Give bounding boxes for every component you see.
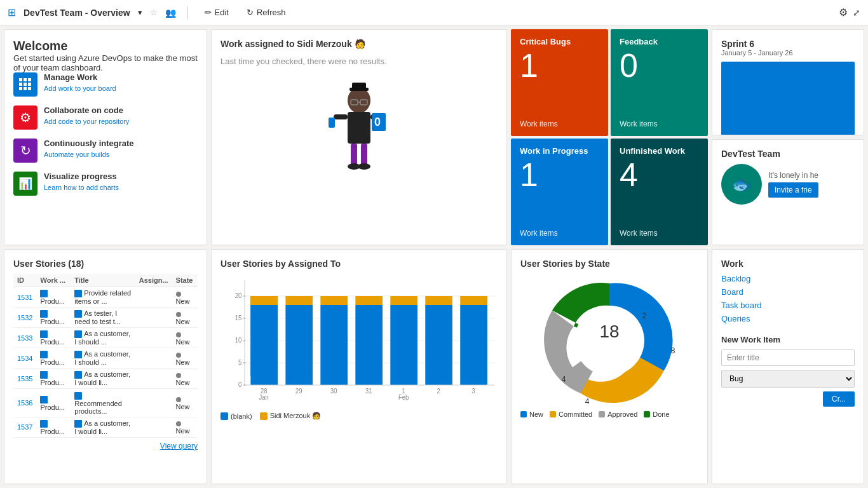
svg-rect-51: [390, 305, 417, 385]
cell-title: As a customer, I should ...: [71, 348, 135, 369]
work-in-progress-tile[interactable]: Work in Progress 1 Work items: [511, 139, 608, 245]
svg-rect-4: [24, 83, 27, 86]
legend-approved: Approved: [599, 410, 637, 418]
new-work-item-title-input[interactable]: [721, 349, 855, 366]
col-state: State: [172, 274, 198, 287]
legend-new: New: [520, 410, 543, 418]
board-link[interactable]: Board: [721, 287, 855, 297]
work-character: 0: [321, 83, 397, 184]
manage-work-link[interactable]: Add work to your board: [44, 85, 116, 92]
cell-state: New: [172, 389, 198, 417]
cell-work: Produ...: [36, 389, 71, 417]
collaborate-text: Collaborate on code Add code to your rep…: [44, 105, 130, 126]
legend-blank-color: [220, 412, 228, 420]
queries-link[interactable]: Queries: [721, 314, 855, 323]
cell-id: 1533: [13, 328, 36, 348]
svg-rect-22: [361, 144, 367, 166]
col-id: ID: [13, 274, 36, 287]
bar-chart-title: User Stories by Assigned To: [220, 259, 498, 269]
refresh-icon: ↻: [247, 8, 254, 17]
svg-rect-3: [19, 83, 22, 86]
svg-rect-44: [285, 296, 313, 305]
cell-state: New: [172, 348, 198, 369]
table-row[interactable]: 1536 Produ... Recommended products... Ne…: [13, 389, 198, 417]
legend-sidi-label: Sidi Merzouk 🧑: [270, 412, 322, 420]
svg-rect-15: [348, 112, 370, 144]
svg-text:4: 4: [562, 375, 566, 384]
cell-title: Provide related items or ...: [71, 287, 135, 308]
table-row[interactable]: 1531 Produ... Provide related items or .…: [13, 287, 198, 308]
create-button[interactable]: Cr...: [823, 391, 855, 407]
legend-done: Done: [644, 410, 669, 418]
svg-text:3: 3: [471, 388, 475, 395]
cell-assign: [135, 308, 172, 328]
cell-assign: [135, 417, 172, 437]
refresh-button[interactable]: ↻ Refresh: [241, 5, 291, 20]
svg-text:30: 30: [330, 388, 337, 395]
chevron-down-icon[interactable]: ▾: [138, 8, 142, 17]
donut-chart-panel: User Stories by State 18 2 8 4 4: [511, 249, 708, 484]
table-row[interactable]: 1533 Produ... As a customer, I should ..…: [13, 328, 198, 348]
new-work-item-section: New Work Item Bug User Story Task Featur…: [721, 335, 855, 407]
view-query-link[interactable]: View query: [13, 442, 198, 451]
legend-blank-label: (blank): [231, 412, 252, 420]
user-stories-panel: User Stories (18) ID Work ... Title Assi…: [4, 249, 207, 484]
table-row[interactable]: 1537 Produ... As a customer, I would li.…: [13, 417, 198, 437]
welcome-item-manage: Manage Work Add work to your board: [13, 72, 198, 97]
svg-rect-1: [24, 78, 27, 81]
stats-area: Critical Bugs 1 Work items Feedback 0 Wo…: [511, 29, 708, 245]
people-icon[interactable]: 👥: [165, 8, 176, 18]
unfinished-work-tile[interactable]: Unfinished Work 4 Work items: [611, 139, 708, 245]
table-row[interactable]: 1534 Produ... As a customer, I should ..…: [13, 348, 198, 369]
svg-rect-53: [425, 305, 452, 385]
cell-work: Produ...: [36, 369, 71, 389]
welcome-panel: Welcome Get started using Azure DevOps t…: [4, 29, 207, 245]
devtest-content: 🐟 It's lonely in he Invite a frie: [721, 164, 855, 205]
cell-id: 1532: [13, 308, 36, 328]
work-links-section: Work Backlog Board Task board Queries: [721, 259, 855, 327]
cell-assign: [135, 369, 172, 389]
feedback-label: Feedback: [620, 37, 699, 46]
critical-bugs-value: 1: [520, 46, 599, 119]
feedback-tile[interactable]: Feedback 0 Work items: [611, 29, 708, 136]
task-board-link[interactable]: Task board: [721, 301, 855, 310]
devtest-title: DevTest Team: [721, 149, 855, 159]
bar-chart-panel: User Stories by Assigned To 0 5 10 15 20: [211, 249, 507, 484]
critical-bugs-sub: Work items: [520, 119, 599, 128]
visualize-link[interactable]: Learn how to add charts: [44, 184, 119, 191]
cell-work: Produ...: [36, 417, 71, 437]
collaborate-link[interactable]: Add code to your repository: [44, 118, 130, 125]
manage-work-text: Manage Work Add work to your board: [44, 72, 116, 93]
col-work: Work ...: [36, 274, 71, 287]
svg-rect-0: [19, 78, 22, 81]
legend-new-label: New: [529, 410, 543, 418]
unfinished-label: Unfinished Work: [620, 146, 699, 156]
table-row[interactable]: 1532 Produ... As tester, I need to test …: [13, 308, 198, 328]
star-icon[interactable]: ☆: [150, 8, 158, 17]
invite-button[interactable]: Invite a frie: [768, 182, 818, 198]
critical-bugs-tile[interactable]: Critical Bugs 1 Work items: [511, 29, 608, 136]
backlog-link[interactable]: Backlog: [721, 274, 855, 283]
legend-done-label: Done: [653, 410, 669, 418]
devtest-text-area: It's lonely in he Invite a frie: [768, 171, 818, 198]
manage-work-icon: [13, 72, 37, 97]
svg-text:2: 2: [642, 311, 647, 320]
feedback-sub: Work items: [620, 119, 699, 128]
cell-id: 1536: [13, 389, 36, 417]
svg-text:0: 0: [238, 381, 242, 388]
cell-work: Produ...: [36, 308, 71, 328]
collaborate-icon: ⚙: [13, 105, 37, 130]
svg-rect-42: [250, 296, 278, 305]
integrate-link[interactable]: Automate your builds: [44, 151, 109, 158]
new-work-item-type-select[interactable]: Bug User Story Task Feature: [721, 370, 855, 388]
cell-state: New: [172, 369, 198, 389]
settings-icon[interactable]: ⚙: [839, 6, 848, 18]
edit-button[interactable]: ✏ Edit: [200, 5, 234, 20]
cell-assign: [135, 287, 172, 308]
fullscreen-icon[interactable]: ⤢: [853, 8, 860, 18]
svg-rect-47: [320, 305, 348, 385]
cell-title: Recommended products...: [71, 389, 135, 417]
legend-committed-color: [550, 411, 556, 417]
svg-rect-7: [24, 87, 27, 90]
table-row[interactable]: 1535 Produ... As a customer, I would li.…: [13, 369, 198, 389]
